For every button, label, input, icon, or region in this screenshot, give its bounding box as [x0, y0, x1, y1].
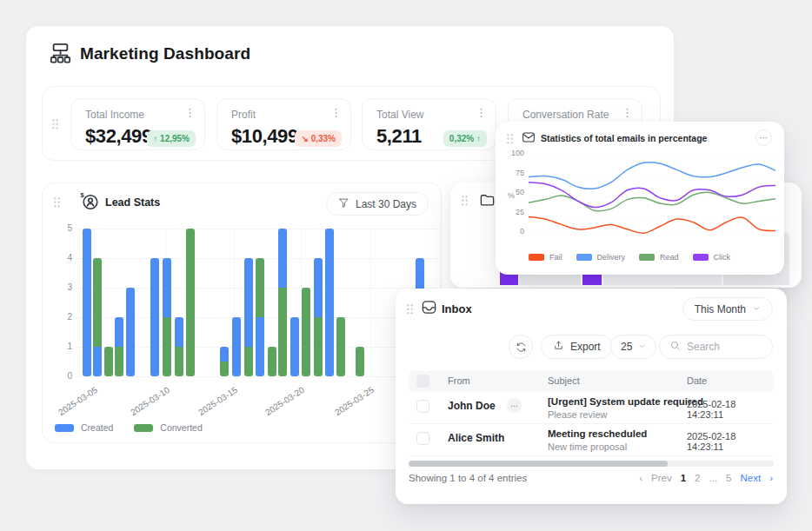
chevron-left-icon[interactable]: ‹: [639, 473, 642, 483]
page-ellipsis: ...: [709, 473, 718, 483]
row-menu-button[interactable]: [507, 398, 522, 413]
page-size-dropdown[interactable]: 25: [610, 335, 656, 359]
gridline: [77, 376, 437, 377]
refresh-button[interactable]: [509, 335, 533, 359]
bar-segment-converted: [93, 258, 102, 347]
bar-segment-converted: [104, 347, 113, 376]
legend-label: Converted: [160, 422, 202, 433]
bar-segment-created: [150, 258, 159, 376]
bar-segment-created: [220, 347, 229, 362]
bar-segment-converted: [302, 288, 310, 376]
stacked-bar: [290, 317, 299, 376]
svg-text:$: $: [81, 191, 85, 199]
y-tick-label: 3: [53, 282, 72, 292]
lead-stats-legend: CreatedConverted: [55, 422, 203, 433]
stacked-bar: [325, 229, 334, 376]
legend-swatch: [576, 254, 592, 261]
kebab-menu-icon[interactable]: [476, 107, 487, 118]
drag-handle-icon[interactable]: [53, 196, 61, 208]
bar-segment-created: [244, 258, 253, 347]
legend-item-fail: Fail: [529, 253, 562, 262]
email-y-axis-unit: %: [508, 191, 515, 200]
row-preview: Please review: [548, 409, 607, 420]
bar-segment-created: [256, 317, 264, 376]
chevron-down-icon: [638, 341, 646, 353]
legend-swatch: [55, 424, 74, 432]
kebab-menu-icon[interactable]: [184, 107, 196, 118]
gridline: [370, 229, 371, 376]
row-subject: Meeting rescheduled: [548, 428, 647, 439]
drag-handle-icon[interactable]: [461, 195, 469, 206]
line-fail: [529, 216, 775, 233]
bar-segment-created: [325, 229, 334, 376]
x-tick-label: 2025-03-20: [254, 385, 306, 423]
bar-segment-converted: [115, 347, 123, 376]
next-button[interactable]: Next: [741, 473, 762, 483]
table-row[interactable]: Alice Smith Meeting rescheduled New time…: [409, 424, 774, 456]
bar-segment-created: [115, 317, 123, 347]
bar-segment-created: [93, 347, 102, 376]
column-header-from[interactable]: From: [448, 375, 470, 386]
row-checkbox[interactable]: [416, 400, 429, 413]
legend-swatch: [134, 424, 153, 432]
table-header-row: From Subject Date: [409, 371, 774, 392]
chevron-right-icon[interactable]: ›: [769, 473, 773, 483]
page-size-value: 25: [621, 341, 632, 353]
drag-handle-icon[interactable]: [51, 118, 59, 129]
dashboard-page: Marketing Dashboard Total Income $32,499…: [0, 0, 812, 531]
bar-segment-created: [278, 229, 287, 288]
bar-segment-converted: [356, 347, 364, 376]
line-click: [529, 183, 775, 208]
date-filter-button[interactable]: Last 30 Days: [326, 192, 429, 216]
y-tick-label: 75: [504, 169, 524, 177]
stacked-bar: [244, 258, 253, 376]
inbox-icon: [421, 299, 437, 319]
bar-segment-created: [314, 258, 323, 317]
scrollbar-thumb[interactable]: [409, 461, 668, 467]
stacked-bar: [256, 258, 264, 376]
row-checkbox[interactable]: [416, 432, 429, 445]
y-tick-label: 5: [53, 223, 72, 233]
stacked-bar: [126, 288, 135, 376]
y-tick-label: 100: [504, 149, 524, 157]
row-from: Alice Smith: [448, 432, 504, 444]
table-row[interactable]: John Doe [Urgent] System update required…: [409, 392, 774, 424]
stat-title: Total Income: [85, 109, 144, 121]
stacked-bar: [302, 288, 310, 376]
prev-button[interactable]: Prev: [651, 473, 672, 483]
row-preview: New time proposal: [548, 441, 627, 452]
select-all-checkbox[interactable]: [416, 375, 429, 388]
email-line-chart: [529, 153, 775, 244]
bar-segment-created: [163, 258, 171, 317]
page-number[interactable]: 1: [681, 473, 686, 483]
drag-handle-icon[interactable]: [506, 133, 514, 144]
x-tick-label: 2025-03-15: [187, 385, 239, 423]
export-icon: [553, 340, 564, 354]
row-date: 2025-02-18 14:23:11: [687, 431, 774, 452]
column-header-subject[interactable]: Subject: [548, 375, 580, 386]
sitemap-icon: [49, 42, 72, 69]
filter-label: Last 30 Days: [356, 198, 416, 210]
gridline: [77, 229, 437, 229]
trend-badge: ↘ 0,33%: [295, 130, 342, 147]
kebab-menu-icon[interactable]: [622, 107, 633, 118]
drag-handle-icon[interactable]: [406, 303, 414, 315]
stacked-bar: [115, 317, 123, 376]
row-date: 2025-02-18 14:23:11: [687, 399, 774, 420]
inbox-panel: Inbox This Month Export 25: [396, 289, 787, 504]
stacked-bar: [268, 347, 276, 376]
stat-value: 5,211: [376, 125, 422, 148]
ellipsis-menu-button[interactable]: [755, 129, 772, 146]
bar-segment-created: [175, 317, 183, 347]
search-input[interactable]: [687, 341, 756, 353]
stat-value: $10,499: [231, 125, 298, 148]
stacked-bar: [278, 229, 287, 376]
period-dropdown[interactable]: This Month: [682, 297, 773, 321]
y-tick-label: 4: [53, 253, 72, 262]
page-number[interactable]: 5: [726, 473, 731, 483]
export-button[interactable]: Export: [541, 335, 613, 359]
kebab-menu-icon[interactable]: [330, 107, 342, 118]
stacked-bar: [175, 317, 183, 376]
column-header-date[interactable]: Date: [687, 375, 707, 386]
page-number[interactable]: 2: [695, 473, 700, 483]
